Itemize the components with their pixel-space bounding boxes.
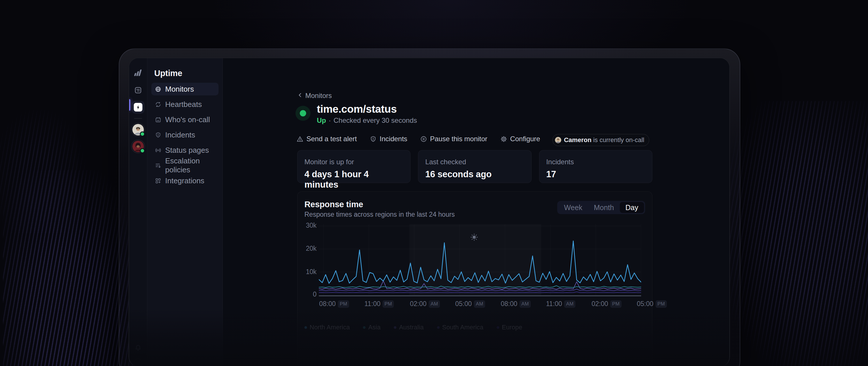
shield-alert-icon xyxy=(370,135,377,143)
y-axis-labels: 30k 20k 10k 0 xyxy=(303,224,316,296)
chart-title: Response time xyxy=(304,200,363,209)
stat-value: 4 days 1 hour 4 minutes xyxy=(304,169,403,190)
sidebar-item-label: Integrations xyxy=(165,176,205,185)
sidebar-item-label: Status pages xyxy=(165,146,209,155)
action-label: Incidents xyxy=(380,135,407,143)
calendar-icon xyxy=(155,117,161,123)
shield-alert-icon xyxy=(155,132,161,138)
pause-circle-icon xyxy=(420,135,427,143)
stat-value: 17 xyxy=(546,169,645,179)
pause-monitor-button[interactable]: Pause this monitor xyxy=(420,135,488,143)
legend-item[interactable]: North America xyxy=(304,324,350,331)
escalation-list-icon xyxy=(155,162,161,169)
range-toggle: Week Month Day xyxy=(557,201,645,214)
main-content: Monitors time.com/status Up · Checked ev… xyxy=(223,58,729,366)
sidebar-item-label: Heartbeats xyxy=(165,100,202,109)
sidebar: Uptime Monitors Heartbeats xyxy=(147,58,223,366)
x-tick: 08:00AM xyxy=(501,300,531,308)
x-axis-labels: 08:00PM 11:00PM 02:00AM 05:00AM 08:00AM … xyxy=(319,300,641,309)
action-label: Pause this monitor xyxy=(430,135,488,143)
alert-triangle-icon xyxy=(296,135,304,143)
status-separator: · xyxy=(329,117,331,125)
stat-label: Last checked xyxy=(425,158,524,166)
monitor-actions: Send a test alert Incidents Pause thi xyxy=(296,134,540,143)
stat-label: Monitor is up for xyxy=(304,158,403,166)
logs-icon xyxy=(134,86,142,95)
response-time-plot xyxy=(319,224,641,297)
legend-dot xyxy=(363,326,366,329)
logs-app-button[interactable] xyxy=(133,85,144,96)
teammate-avatar-1[interactable] xyxy=(131,123,145,137)
integrations-grid-icon xyxy=(155,177,161,184)
breadcrumb[interactable]: Monitors xyxy=(297,92,332,100)
y-tick: 20k xyxy=(306,245,316,253)
legend-item[interactable]: Europe xyxy=(497,324,522,331)
sidebar-item-incidents[interactable]: Incidents xyxy=(151,129,218,141)
response-time-card: Response time Response times across regi… xyxy=(297,191,652,366)
stat-value: 16 seconds ago xyxy=(425,169,524,179)
sidebar-item-heartbeats[interactable]: Heartbeats xyxy=(151,98,218,111)
lightning-bolt-icon xyxy=(134,103,143,111)
oncall-avatar xyxy=(555,137,561,143)
active-app-indicator xyxy=(129,99,130,111)
legend-dot xyxy=(394,326,396,329)
sidebar-item-label: Monitors xyxy=(165,85,194,94)
sidebar-item-monitors[interactable]: Monitors xyxy=(151,83,218,95)
range-option-month[interactable]: Month xyxy=(588,202,620,213)
sidebar-item-label: Escalation policies xyxy=(165,157,215,174)
app-window: Uptime Monitors Heartbeats xyxy=(129,58,730,366)
x-tick: 02:00PM xyxy=(592,300,622,308)
sidebar-nav: Monitors Heartbeats Who' xyxy=(151,83,218,187)
oncall-badge[interactable]: Cameron is currently on-call xyxy=(552,134,649,146)
stat-label: Incidents xyxy=(546,158,645,166)
uptime-app-button[interactable] xyxy=(132,101,145,113)
sidebar-item-status-pages[interactable]: Status pages xyxy=(151,144,218,157)
sun-icon xyxy=(471,234,477,241)
range-option-day[interactable]: Day xyxy=(620,202,644,213)
range-option-week[interactable]: Week xyxy=(558,202,588,213)
legend-dot xyxy=(304,326,307,329)
legend-item[interactable]: South America xyxy=(437,324,484,331)
incidents-button[interactable]: Incidents xyxy=(370,135,407,143)
status-up-label: Up xyxy=(317,117,326,125)
workspace-rail xyxy=(129,58,147,366)
sidebar-item-integrations[interactable]: Integrations xyxy=(151,174,218,187)
configure-button[interactable]: Configure xyxy=(500,135,540,143)
monitor-title: time.com/status xyxy=(317,103,397,115)
gear-icon xyxy=(500,135,507,143)
chart-legend: North America Asia Australia South Ameri… xyxy=(304,324,522,331)
chart-subtitle: Response times across regions in the las… xyxy=(304,211,455,219)
x-tick: 05:00AM xyxy=(455,300,485,308)
y-tick: 0 xyxy=(313,291,316,298)
y-tick: 30k xyxy=(306,222,316,229)
status-detail: Checked every 30 seconds xyxy=(334,117,417,125)
legend-dot xyxy=(437,326,440,329)
stat-card-incidents: Incidents 17 xyxy=(539,150,652,183)
bell-icon[interactable] xyxy=(134,344,142,353)
x-tick: 08:00PM xyxy=(319,300,349,308)
stats-row: Monitor is up for 4 days 1 hour 4 minute… xyxy=(297,150,652,183)
stat-card-uptime: Monitor is up for 4 days 1 hour 4 minute… xyxy=(297,150,410,183)
online-status-dot xyxy=(140,148,145,153)
x-tick: 11:00AM xyxy=(546,300,576,308)
sidebar-title: Uptime xyxy=(154,69,218,78)
y-tick: 10k xyxy=(306,268,316,276)
breadcrumb-label: Monitors xyxy=(305,92,332,100)
chevron-left-icon xyxy=(297,92,303,100)
refresh-icon xyxy=(155,101,161,108)
background-stripes-right xyxy=(723,101,868,366)
send-test-alert-button[interactable]: Send a test alert xyxy=(296,135,357,143)
action-label: Send a test alert xyxy=(306,135,357,143)
x-tick: 02:00AM xyxy=(410,300,440,308)
x-tick: 05:00PM xyxy=(637,300,667,308)
stat-card-last-checked: Last checked 16 seconds ago xyxy=(418,150,531,183)
sidebar-item-escalation-policies[interactable]: Escalation policies xyxy=(151,159,218,172)
legend-item[interactable]: Australia xyxy=(394,324,424,331)
sidebar-item-label: Who's on-call xyxy=(165,115,210,124)
online-status-dot xyxy=(140,131,145,137)
help-circle-icon[interactable] xyxy=(134,359,143,366)
sidebar-item-whos-on-call[interactable]: Who's on-call xyxy=(151,113,218,126)
betterstack-logo xyxy=(133,68,143,78)
teammate-avatar-2[interactable] xyxy=(131,139,145,153)
legend-item[interactable]: Asia xyxy=(363,324,380,331)
